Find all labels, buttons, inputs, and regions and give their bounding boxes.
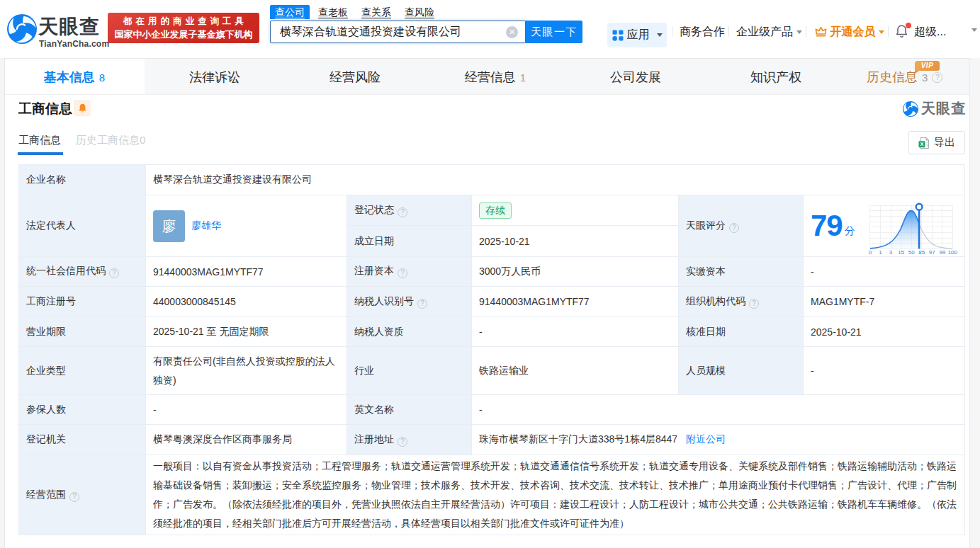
search-tab-relation[interactable]: 查关系 [356, 5, 396, 19]
scrollbar[interactable] [969, 58, 980, 548]
search-tab-risk[interactable]: 查风险 [400, 5, 439, 19]
company-type-text: 有限责任公司(非自然人投资或控股的法人独资) [153, 352, 339, 390]
search-tab-boss[interactable]: 查老板 [313, 5, 353, 19]
svg-text:3: 3 [889, 249, 893, 255]
brand-domain: TianYanCha.com [39, 39, 109, 49]
tab-intellectual-property[interactable]: 知识产权 [706, 59, 846, 95]
tab-history-info[interactable]: 历史信息 3 ? VIP [846, 59, 980, 95]
tab-label: 基本信息 [44, 69, 95, 86]
company-type-label: 企业类型 [19, 347, 146, 395]
section-title: 工商信息 [18, 100, 72, 118]
table-row: 统一社会信用代码? 91440003MAG1MYTF77 注册资本? 3000万… [19, 257, 965, 287]
help-icon[interactable]: ? [109, 268, 119, 278]
nearby-companies-link[interactable]: 附近公司 [686, 433, 726, 445]
chevron-down-icon [879, 30, 884, 34]
help-icon[interactable]: ? [398, 268, 407, 278]
taxpayer-quality-label: 纳税人资质 [347, 317, 472, 347]
english-name-value: - [472, 395, 965, 425]
staff-size-label: 人员规模 [679, 347, 804, 395]
help-icon[interactable]: ? [417, 299, 427, 309]
label-text: 登记状态 [354, 204, 394, 215]
business-scope-value: 一般项目：以自有资金从事投资活动；工程管理服务；轨道交通运营管理系统开发；轨道交… [146, 455, 965, 535]
approval-date-value: 2025-10-21 [804, 317, 965, 347]
tab-operating-info[interactable]: 经营信息1 [425, 59, 565, 95]
svg-text:100: 100 [947, 249, 957, 255]
subtab-history-business-info[interactable]: 历史工商信息0 [76, 134, 145, 154]
svg-text:0: 0 [868, 249, 872, 255]
tianyancha-logo-icon[interactable] [7, 14, 37, 44]
notifications-bell[interactable] [895, 24, 911, 40]
help-icon[interactable]: ? [398, 437, 407, 447]
reg-status-label: 登记状态? [347, 195, 472, 226]
subtab-business-info[interactable]: 工商信息 [18, 134, 61, 154]
help-icon[interactable]: ? [69, 492, 79, 502]
svg-text:1: 1 [879, 249, 882, 255]
legal-rep-link[interactable]: 廖雄华 [191, 219, 221, 231]
search-box[interactable]: 横琴深合轨道交通投资建设有限公司 ✕ [270, 21, 526, 43]
divider [672, 26, 672, 37]
page: 天眼查 TianYanCha.com 都在用的商业查询工具 国家中小企业发展子基… [0, 0, 980, 548]
help-icon[interactable]: ? [749, 299, 759, 309]
label-text: 统一社会信用代码 [26, 265, 106, 276]
search-type-tabs: 查公司 查老板 查关系 查风险 [270, 5, 443, 19]
taxpayer-id-value: 91440003MAG1MYTF77 [472, 287, 679, 317]
company-name-value: 横琴深合轨道交通投资建设有限公司 [146, 165, 965, 195]
tab-label: 经营信息 [465, 69, 516, 86]
bell-icon [78, 103, 87, 113]
tab-legal[interactable]: 法律诉讼 [145, 59, 285, 95]
svg-text:85: 85 [918, 249, 925, 255]
table-row: 参保人数 - 英文名称 - [19, 395, 965, 425]
tab-label: 公司发展 [610, 69, 661, 86]
label-text: 注册地址 [354, 433, 394, 445]
search-button[interactable]: 天眼一下 [526, 21, 582, 43]
nav-super-vip[interactable]: 超级... [914, 25, 946, 38]
score-distribution-chart: 0 1 3 15 50 85 97 99 100 [867, 201, 957, 255]
search-input[interactable]: 横琴深合轨道交通投资建设有限公司 [280, 21, 507, 42]
svg-text:15: 15 [898, 249, 904, 255]
crown-icon [815, 26, 827, 37]
tab-basic-info[interactable]: 基本信息8 [4, 59, 145, 95]
paid-capital-label: 实缴资本 [679, 257, 804, 287]
label-text: 纳税人识别号 [354, 295, 414, 307]
table-row: 经营范围? 一般项目：以自有资金从事投资活动；工程管理服务；轨道交通运营管理系统… [19, 455, 965, 535]
reg-number-value: 440003000845145 [146, 287, 347, 317]
tab-label: 知识产权 [750, 69, 801, 86]
score-value: 79 [811, 209, 843, 243]
divider [888, 26, 889, 37]
enterprise-label: 企业级产品 [736, 25, 793, 38]
help-icon[interactable]: ? [729, 223, 739, 233]
help-icon[interactable]: ? [398, 207, 407, 217]
divider [728, 26, 729, 37]
notification-dot [906, 23, 911, 28]
chevron-down-icon [971, 28, 977, 32]
label-text: 经营范围 [26, 489, 66, 500]
nav-vip[interactable]: 开通会员 [815, 25, 884, 38]
help-icon[interactable]: ? [932, 72, 942, 83]
search-tab-company[interactable]: 查公司 [270, 5, 310, 19]
avatar[interactable]: 廖 [153, 210, 185, 242]
legal-rep-cell: 廖廖雄华 [146, 195, 347, 257]
clear-search-icon[interactable]: ✕ [506, 26, 518, 38]
reg-address-label: 注册地址? [347, 425, 472, 455]
apps-menu[interactable]: 应用 [607, 23, 667, 47]
reg-authority-value: 横琴粤澳深度合作区商事服务局 [146, 425, 347, 455]
label-text: 天眼评分 [686, 219, 726, 231]
label-text: 注册资本 [354, 265, 394, 276]
apps-grid-icon [612, 30, 624, 41]
subscribe-bell-button[interactable] [74, 100, 91, 116]
export-button[interactable]: X 导出 [908, 131, 965, 154]
uscc-label: 统一社会信用代码? [19, 257, 146, 287]
nav-enterprise-products[interactable]: 企业级产品 [736, 25, 802, 38]
company-name-label: 企业名称 [19, 165, 146, 195]
industry-value: 铁路运输业 [472, 347, 679, 395]
nav-cooperation[interactable]: 商务合作 [680, 25, 725, 38]
tab-count: 8 [99, 72, 105, 84]
tab-company-development[interactable]: 公司发展 [565, 59, 706, 95]
address-text: 珠海市横琴新区十字门大道338号1栋4层8447 [479, 433, 677, 445]
page-tabbar: 基本信息8 法律诉讼 经营风险 经营信息1 公司发展 知识产权 历史信息 3 ?… [0, 58, 980, 95]
insured-label: 参保人数 [19, 395, 146, 425]
tab-operating-risk[interactable]: 经营风险 [285, 59, 425, 95]
brand-name[interactable]: 天眼查 [38, 16, 100, 38]
table-row: 登记机关 横琴粤澳深度合作区商事服务局 注册地址? 珠海市横琴新区十字门大道33… [19, 425, 965, 455]
reg-number-label: 工商注册号 [19, 287, 146, 317]
